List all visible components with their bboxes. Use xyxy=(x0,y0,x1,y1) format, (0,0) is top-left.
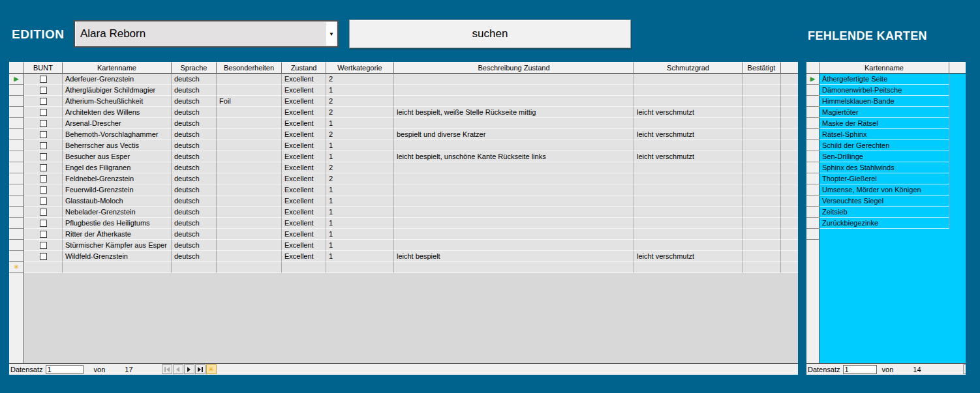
row-selector[interactable] xyxy=(806,196,819,207)
row-selector[interactable] xyxy=(806,218,819,229)
row-selector[interactable] xyxy=(806,118,819,129)
cell-kartenname[interactable]: Wildfeld-Grenzstein xyxy=(63,251,172,262)
row-selector[interactable] xyxy=(9,196,24,207)
cell-besonderheiten[interactable] xyxy=(217,207,282,218)
cell-kartenname[interactable]: Verseuchtes Siegel xyxy=(819,196,949,207)
cell-sprache[interactable]: deutsch xyxy=(172,107,217,118)
row-selector[interactable]: ▶ xyxy=(9,74,24,85)
bunt-checkbox[interactable] xyxy=(40,231,47,238)
row-selector[interactable] xyxy=(806,85,819,96)
cell-kartenname[interactable]: Dämonenwirbel-Peitsche xyxy=(819,85,949,96)
cell-beschreibung-zustand[interactable]: leicht bespielt xyxy=(394,251,634,262)
bunt-checkbox[interactable] xyxy=(40,197,47,205)
cell-schmutzgrad[interactable]: leicht verschmutzt xyxy=(634,151,743,162)
cell-bestaetigt[interactable] xyxy=(743,129,781,140)
cell-kartenname[interactable]: Stürmischer Kämpfer aus Esper xyxy=(63,240,172,251)
cell-kartenname[interactable]: Arsenal-Drescher xyxy=(63,118,172,129)
cell-schmutzgrad[interactable] xyxy=(634,162,743,173)
column-header-besonderheiten[interactable]: Besonderheiten xyxy=(217,62,282,74)
row-selector[interactable] xyxy=(9,229,24,240)
cell-bunt[interactable] xyxy=(24,240,63,251)
cell-bestaetigt[interactable] xyxy=(743,218,781,229)
cell-bestaetigt[interactable] xyxy=(743,74,781,85)
cell-wertkategorie[interactable]: 1 xyxy=(326,229,394,240)
cell-wertkategorie[interactable]: 2 xyxy=(326,162,394,173)
cell-kartenname[interactable] xyxy=(63,262,172,273)
cell-wertkategorie[interactable]: 2 xyxy=(326,107,394,118)
cell-beschreibung-zustand[interactable] xyxy=(394,173,634,184)
cell-beschreibung-zustand[interactable] xyxy=(394,74,634,85)
cell-kartenname[interactable]: Schild der Gerechten xyxy=(819,140,949,151)
chevron-down-icon[interactable]: ▼ xyxy=(326,22,337,46)
cell-beschreibung-zustand[interactable]: bespielt und diverse Kratzer xyxy=(394,129,634,140)
cell-besonderheiten[interactable] xyxy=(217,262,282,273)
row-selector[interactable] xyxy=(806,129,819,140)
cell-besonderheiten[interactable] xyxy=(217,173,282,184)
cell-schmutzgrad[interactable] xyxy=(634,140,743,151)
cell-kartenname[interactable]: Äthergläubiger Schildmagier xyxy=(63,85,172,96)
cell-sprache[interactable]: deutsch xyxy=(172,196,217,207)
cell-schmutzgrad[interactable] xyxy=(634,196,743,207)
edition-dropdown[interactable]: Alara Reborn ▼ xyxy=(74,20,339,48)
row-selector[interactable] xyxy=(806,162,819,173)
cell-zustand[interactable]: Excellent xyxy=(282,207,326,218)
cell-sprache[interactable]: deutsch xyxy=(172,240,217,251)
cell-wertkategorie[interactable]: 2 xyxy=(326,74,394,85)
cell-beschreibung-zustand[interactable] xyxy=(394,262,634,273)
cell-sprache[interactable]: deutsch xyxy=(172,184,217,196)
cell-kartenname[interactable]: Maske der Rätsel xyxy=(819,118,949,129)
cell-beschreibung-zustand[interactable] xyxy=(394,196,634,207)
bunt-checkbox[interactable] xyxy=(40,242,47,249)
bunt-checkbox[interactable] xyxy=(40,175,47,182)
previous-record-button[interactable] xyxy=(173,364,183,374)
bunt-checkbox[interactable] xyxy=(40,131,47,138)
first-record-button[interactable] xyxy=(963,364,966,374)
row-selector[interactable] xyxy=(806,184,819,196)
column-header-wertkategorie[interactable]: Wertkategorie xyxy=(326,62,394,74)
cell-sprache[interactable]: deutsch xyxy=(172,96,217,107)
cell-bunt[interactable] xyxy=(24,262,63,273)
cell-sprache[interactable]: deutsch xyxy=(172,74,217,85)
cell-beschreibung-zustand[interactable] xyxy=(394,207,634,218)
cell-bestaetigt[interactable] xyxy=(743,162,781,173)
cell-zustand[interactable]: Excellent xyxy=(282,196,326,207)
row-selector[interactable] xyxy=(9,218,24,229)
cell-wertkategorie[interactable]: 1 xyxy=(326,151,394,162)
cell-kartenname[interactable]: Himmelsklauen-Bande xyxy=(819,96,949,107)
bunt-checkbox[interactable] xyxy=(40,186,47,194)
row-selector[interactable] xyxy=(806,107,819,118)
cell-bunt[interactable] xyxy=(24,184,63,196)
cell-besonderheiten[interactable] xyxy=(217,129,282,140)
cell-zustand[interactable]: Excellent xyxy=(282,218,326,229)
cell-besonderheiten[interactable]: Foil xyxy=(217,96,282,107)
cell-bestaetigt[interactable] xyxy=(743,140,781,151)
row-selector[interactable] xyxy=(9,251,24,262)
cell-bestaetigt[interactable] xyxy=(743,96,781,107)
row-selector[interactable]: ▶ xyxy=(806,74,819,85)
cell-besonderheiten[interactable] xyxy=(217,107,282,118)
next-record-button[interactable] xyxy=(184,364,194,374)
cell-bunt[interactable] xyxy=(24,74,63,85)
record-number-input[interactable] xyxy=(46,365,84,374)
cell-kartenname[interactable]: Rätsel-Sphinx xyxy=(819,129,949,140)
cell-wertkategorie[interactable]: 1 xyxy=(326,118,394,129)
cell-besonderheiten[interactable] xyxy=(217,151,282,162)
cell-sprache[interactable]: deutsch xyxy=(172,151,217,162)
cell-bestaetigt[interactable] xyxy=(743,240,781,251)
row-selector[interactable] xyxy=(806,151,819,162)
cell-besonderheiten[interactable] xyxy=(217,140,282,151)
cell-zustand[interactable]: Excellent xyxy=(282,162,326,173)
cell-schmutzgrad[interactable] xyxy=(634,74,743,85)
cell-bunt[interactable] xyxy=(24,107,63,118)
row-selector[interactable] xyxy=(806,207,819,218)
cell-zustand[interactable]: Excellent xyxy=(282,85,326,96)
cell-sprache[interactable]: deutsch xyxy=(172,251,217,262)
cell-wertkategorie[interactable]: 2 xyxy=(326,129,394,140)
row-selector[interactable] xyxy=(806,96,819,107)
cell-zustand[interactable]: Excellent xyxy=(282,251,326,262)
bunt-checkbox[interactable] xyxy=(40,220,47,227)
cell-beschreibung-zustand[interactable] xyxy=(394,218,634,229)
cell-kartenname[interactable]: Sphinx des Stahlwinds xyxy=(819,162,949,173)
cell-bestaetigt[interactable] xyxy=(743,251,781,262)
cell-schmutzgrad[interactable] xyxy=(634,85,743,96)
